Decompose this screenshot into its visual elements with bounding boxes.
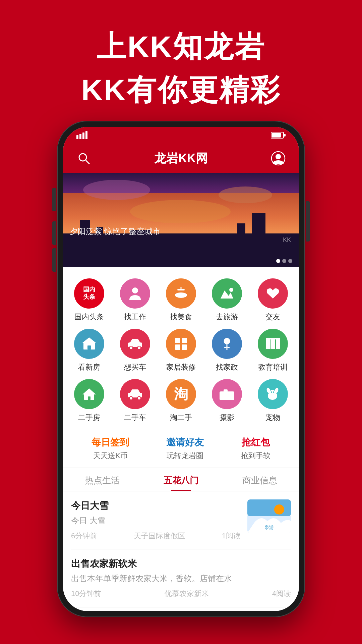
category-item-10[interactable]: 二手房 <box>66 376 112 426</box>
category-item-7[interactable]: 家居装修 <box>158 325 204 376</box>
headline-line1: 上KK知龙岩 <box>0 27 362 67</box>
news-content-1: 出售农家新软米 出售本年单季新鲜农家大米，香软。店铺在水 10分钟前 优慕农家新… <box>71 557 291 599</box>
svg-rect-30 <box>266 338 280 339</box>
svg-point-10 <box>276 154 281 159</box>
category-label-8: 找家政 <box>216 362 238 372</box>
action-row: 每日签到 天天送K币 邀请好友 玩转龙岩圈 抢红包 抢到手软 <box>63 429 299 468</box>
tab-2[interactable]: 商业信息 <box>220 468 299 491</box>
nav-item-portal[interactable]: 门户 <box>204 607 252 611</box>
category-item-3[interactable]: 去旅游 <box>204 275 250 325</box>
category-label-9: 教育培训 <box>258 362 288 372</box>
nav-item-community[interactable]: 社区 <box>110 607 158 611</box>
svg-rect-24 <box>182 344 187 350</box>
action-title-0: 每日签到 <box>92 436 129 449</box>
category-item-6[interactable]: 想买车 <box>112 325 158 376</box>
action-sub-2: 抢到手软 <box>241 451 270 461</box>
banner-dot-2[interactable] <box>282 259 286 263</box>
svg-rect-29 <box>276 338 280 349</box>
category-item-11[interactable]: 二手车 <box>112 376 158 426</box>
svg-rect-5 <box>272 133 281 138</box>
headline-line2: KK有你更精彩 <box>0 70 362 110</box>
nav-item-profile[interactable]: 我的 <box>252 607 299 611</box>
category-label-7: 家居装修 <box>166 362 196 372</box>
news-content-0: 今日大雪 今日 大雪 6分钟前 天子国际度假区 1阅读 <box>71 499 241 541</box>
action-item-0[interactable]: 每日签到 天天送K币 <box>92 436 129 461</box>
category-item-8[interactable]: 找家政 <box>204 325 250 376</box>
banner-dot-1[interactable] <box>276 259 280 263</box>
svg-rect-3 <box>85 131 87 139</box>
news-summary-1: 出售本年单季新鲜农家大米，香软。店铺在水 <box>71 573 291 584</box>
app-header: 龙岩KK网 <box>63 144 299 173</box>
svg-point-15 <box>229 288 233 292</box>
action-item-2[interactable]: 抢红包 抢到手软 <box>241 436 270 461</box>
app-title: 龙岩KK网 <box>154 150 208 167</box>
category-item-4[interactable]: 交友 <box>250 275 296 325</box>
svg-rect-47 <box>247 499 291 516</box>
news-reads-0: 1阅读 <box>222 531 241 541</box>
svg-rect-21 <box>175 338 180 343</box>
svg-rect-32 <box>88 396 90 400</box>
bottom-nav: 首页 社区 门户 我的 <box>63 607 299 611</box>
battery-icon <box>271 131 286 139</box>
category-grid: 国内头条 国内头条 找工作 找美食 去旅游 交友 看新房 想买车 家居装修 <box>63 267 299 429</box>
tab-1[interactable]: 五花八门 <box>142 468 221 491</box>
watermark: KK <box>283 236 291 244</box>
svg-rect-6 <box>284 134 286 137</box>
news-item-1[interactable]: 出售农家新软米 出售本年单季新鲜农家大米，香软。店铺在水 10分钟前 优慕农家新… <box>71 549 291 607</box>
nav-item-add[interactable] <box>158 607 205 611</box>
category-label-1: 找工作 <box>124 312 146 322</box>
tab-0[interactable]: 热点生活 <box>63 468 142 491</box>
svg-rect-13 <box>177 289 185 290</box>
news-meta-0: 6分钟前 天子国际度假区 1阅读 <box>71 531 241 541</box>
category-item-9[interactable]: 教育培训 <box>250 325 296 376</box>
svg-rect-28 <box>271 338 275 349</box>
search-icon[interactable] <box>75 150 93 167</box>
action-sub-0: 天天送K币 <box>93 451 128 461</box>
news-title-1: 出售农家新软米 <box>71 557 291 570</box>
banner: 夕阳泛紫 惊艳了整座城市 KK <box>63 173 299 267</box>
svg-rect-27 <box>266 338 270 349</box>
category-item-2[interactable]: 找美食 <box>158 275 204 325</box>
category-item-0[interactable]: 国内头条 国内头条 <box>66 275 112 325</box>
action-title-1: 邀请好友 <box>166 436 204 449</box>
status-bar <box>63 127 299 144</box>
category-label-0: 国内头条 <box>74 312 104 322</box>
news-source-0: 天子国际度假区 <box>134 531 185 541</box>
category-item-1[interactable]: 找工作 <box>112 275 158 325</box>
news-item-0[interactable]: 今日大雪 今日 大雪 6分钟前 天子国际度假区 1阅读 泉游 <box>71 491 291 549</box>
svg-point-19 <box>129 346 133 350</box>
category-label-14: 宠物 <box>265 413 280 423</box>
svg-point-49 <box>274 504 284 515</box>
category-label-13: 摄影 <box>220 413 234 423</box>
news-source-1: 优慕农家新米 <box>165 589 209 599</box>
category-item-14[interactable]: 宠物 <box>250 376 296 426</box>
category-label-6: 想买车 <box>124 362 146 372</box>
phone-outer: 龙岩KK网 <box>57 121 305 617</box>
svg-point-35 <box>137 396 141 400</box>
category-item-5[interactable]: 看新房 <box>66 325 112 376</box>
action-item-1[interactable]: 邀请好友 玩转龙岩圈 <box>166 436 204 461</box>
category-label-4: 交友 <box>265 312 280 322</box>
nav-item-home[interactable]: 首页 <box>63 607 110 611</box>
news-reads-1: 4阅读 <box>272 589 291 599</box>
svg-point-38 <box>225 394 229 397</box>
profile-icon[interactable] <box>269 150 287 167</box>
news-summary-0: 今日 大雪 <box>71 515 241 526</box>
category-label-11: 二手车 <box>124 413 146 423</box>
svg-point-11 <box>132 287 138 293</box>
add-button[interactable] <box>166 611 196 611</box>
svg-point-20 <box>137 346 141 350</box>
category-item-12[interactable]: 淘 淘二手 <box>158 376 204 426</box>
svg-point-7 <box>79 154 86 161</box>
banner-dot-3[interactable] <box>288 259 292 263</box>
svg-rect-1 <box>79 134 81 139</box>
category-item-13[interactable]: 摄影 <box>204 376 250 426</box>
category-label-3: 去旅游 <box>216 312 238 322</box>
category-label-2: 找美食 <box>170 312 192 322</box>
category-label-10: 二手房 <box>78 413 100 423</box>
news-time-0: 6分钟前 <box>71 531 97 541</box>
svg-rect-39 <box>224 389 228 392</box>
news-title-0: 今日大雪 <box>71 499 241 512</box>
svg-point-12 <box>175 292 187 298</box>
headline-area: 上KK知龙岩 KK有你更精彩 <box>0 27 362 110</box>
